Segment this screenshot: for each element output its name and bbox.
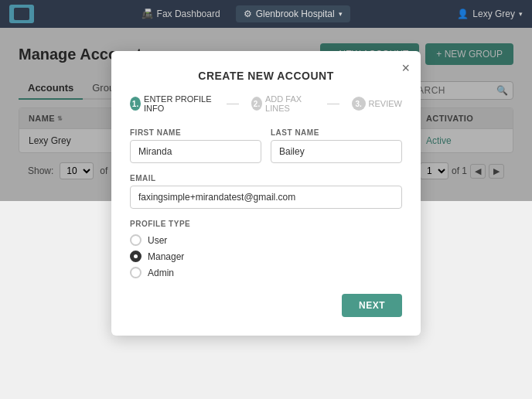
- radio-circle-user: [130, 234, 142, 246]
- radio-group: User Manager Admin: [130, 234, 402, 278]
- modal-overlay: × CREATE NEW ACCOUNT 1. ENTER PROFILE IN…: [0, 28, 532, 201]
- main-content: Manage Accounts + NEW ACCOUNT + NEW GROU…: [0, 28, 532, 201]
- step-1-label: ENTER PROFILE INFO: [144, 94, 214, 113]
- next-button[interactable]: NEXT: [342, 294, 402, 317]
- fax-icon: 📠: [142, 9, 153, 19]
- step-3-label: REVIEW: [369, 99, 402, 108]
- step-2: 2. ADD FAX LINES: [251, 94, 315, 113]
- radio-circle-manager: [130, 251, 142, 262]
- modal-steps: 1. ENTER PROFILE INFO 2. ADD FAX LINES 3…: [130, 94, 402, 113]
- last-name-label: LAST NAME: [271, 128, 402, 137]
- last-name-field[interactable]: [271, 140, 402, 163]
- hospital-selector[interactable]: ⚙ Glenbrook Hospital ▾: [236, 5, 350, 22]
- user-icon: 👤: [457, 9, 469, 19]
- profile-type-group: PROFILE TYPE User Manager Admin: [130, 220, 402, 278]
- step-2-number: 2.: [251, 97, 262, 111]
- first-name-field[interactable]: [130, 140, 261, 163]
- first-name-label: FIRST NAME: [130, 128, 261, 137]
- profile-type-label: PROFILE TYPE: [130, 220, 402, 228]
- chevron-down-icon-user: ▾: [519, 10, 523, 18]
- radio-admin[interactable]: Admin: [130, 267, 402, 278]
- step-1: 1. ENTER PROFILE INFO: [130, 94, 214, 113]
- email-label: EMAIL: [130, 174, 402, 182]
- create-account-modal: × CREATE NEW ACCOUNT 1. ENTER PROFILE IN…: [111, 51, 421, 336]
- top-navigation: 📠 Fax Dashboard ⚙ Glenbrook Hospital ▾ 👤…: [0, 0, 532, 28]
- fax-dashboard-link[interactable]: 📠 Fax Dashboard: [142, 9, 220, 19]
- step-divider-2: [327, 104, 339, 104]
- step-3-number: 3.: [352, 97, 366, 111]
- name-row: FIRST NAME LAST NAME: [130, 128, 402, 163]
- step-divider-1: [227, 104, 239, 104]
- user-name: Lexy Grey: [472, 9, 515, 19]
- email-field[interactable]: [130, 186, 402, 209]
- radio-user[interactable]: User: [130, 234, 402, 246]
- step-3: 3. REVIEW: [352, 97, 402, 111]
- radio-circle-admin: [130, 267, 142, 278]
- modal-title: CREATE NEW ACCOUNT: [130, 70, 402, 82]
- user-menu[interactable]: 👤 Lexy Grey ▾: [457, 9, 523, 19]
- modal-close-button[interactable]: ×: [401, 60, 410, 77]
- fax-dashboard-label: Fax Dashboard: [157, 9, 220, 19]
- radio-manager-label: Manager: [148, 251, 184, 262]
- step-1-number: 1.: [130, 97, 141, 111]
- nav-right: 👤 Lexy Grey ▾: [457, 9, 523, 19]
- nav-center: 📠 Fax Dashboard ⚙ Glenbrook Hospital ▾: [46, 5, 445, 22]
- last-name-group: LAST NAME: [271, 128, 402, 163]
- hospital-name: Glenbrook Hospital: [256, 9, 335, 19]
- step-2-label: ADD FAX LINES: [265, 94, 315, 113]
- chevron-down-icon: ▾: [339, 10, 343, 18]
- app-logo[interactable]: [9, 5, 34, 23]
- radio-user-label: User: [148, 235, 167, 246]
- first-name-group: FIRST NAME: [130, 128, 261, 163]
- modal-footer: NEXT: [130, 294, 402, 317]
- email-group: EMAIL: [130, 174, 402, 209]
- radio-manager[interactable]: Manager: [130, 251, 402, 262]
- gear-icon: ⚙: [244, 9, 252, 19]
- radio-admin-label: Admin: [148, 268, 174, 278]
